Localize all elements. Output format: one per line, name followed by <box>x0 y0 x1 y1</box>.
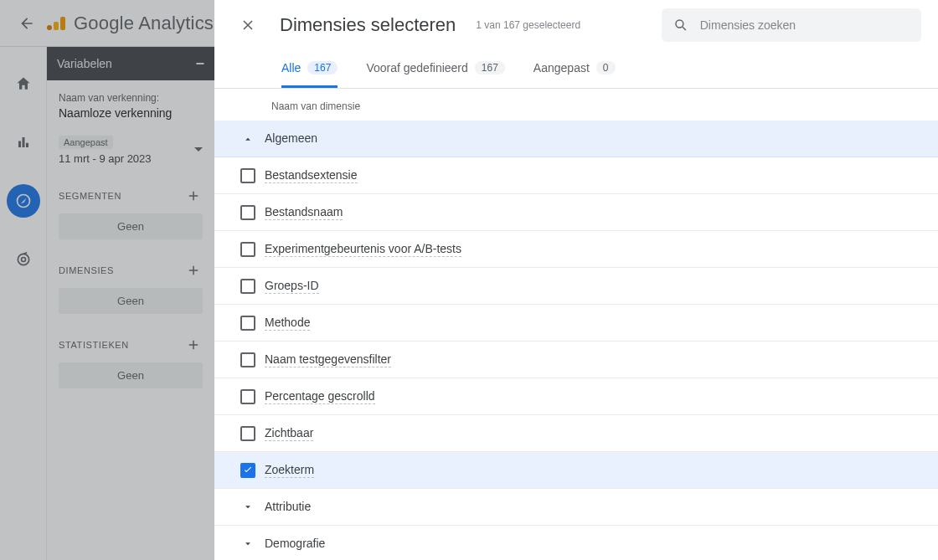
panel-collapse-button[interactable]: − <box>195 55 204 73</box>
search-icon <box>673 17 688 33</box>
dimension-label: Groeps-ID <box>265 279 319 294</box>
dimension-row[interactable]: Zichtbaar <box>214 415 938 452</box>
search-box[interactable] <box>662 8 921 42</box>
dimension-row[interactable]: Experimentgebeurtenis voor A/B-tests <box>214 231 938 268</box>
panel-title: Variabelen <box>57 57 112 70</box>
dimension-label: Zoekterm <box>265 463 314 478</box>
group-general-label: Algemeen <box>265 131 317 146</box>
nav-explore[interactable] <box>7 184 40 218</box>
checkbox[interactable] <box>240 316 255 331</box>
explore-icon <box>15 193 32 209</box>
app-title: Google Analytics <box>74 13 214 34</box>
dimension-label: Experimentgebeurtenis voor A/B-tests <box>265 242 461 257</box>
plus-icon <box>186 263 201 278</box>
modal-subtitle: 1 van 167 geselecteerd <box>476 19 580 31</box>
bar-chart-icon <box>16 135 31 150</box>
group-demography[interactable]: Demografie <box>214 526 938 560</box>
segments-label: SEGMENTEN <box>59 191 121 201</box>
dimensions-empty: Geen <box>59 288 203 314</box>
dimension-label: Naam testgegevensfilter <box>265 352 391 367</box>
check-icon <box>242 465 254 476</box>
dimension-row[interactable]: Groeps-ID <box>214 268 938 305</box>
checkbox[interactable] <box>240 205 255 220</box>
dimension-row[interactable]: Percentage gescrolld <box>214 378 938 415</box>
dimension-label: Bestandsextensie <box>265 168 358 183</box>
group-attribution[interactable]: Attributie <box>214 489 938 526</box>
plus-icon <box>186 188 201 203</box>
dimension-label: Bestandsnaam <box>265 205 343 220</box>
tab-all[interactable]: Alle 167 <box>281 50 338 88</box>
dropdown-caret-icon[interactable] <box>194 146 203 154</box>
segments-empty: Geen <box>59 213 203 239</box>
checkbox[interactable] <box>240 426 255 441</box>
chevron-up-icon <box>242 133 254 145</box>
target-icon <box>15 251 32 268</box>
brand: Google Analytics <box>47 13 214 34</box>
dimension-label: Methode <box>265 316 310 331</box>
svg-point-1 <box>18 254 28 265</box>
dimensions-label: DIMENSIES <box>59 265 114 275</box>
plus-icon <box>186 337 201 352</box>
column-header: Naam van dimensie <box>214 89 938 121</box>
close-icon <box>240 17 256 33</box>
checkbox[interactable] <box>240 352 255 367</box>
tab-predefined-label: Vooraf gedefinieerd <box>366 61 467 74</box>
tab-custom[interactable]: Aangepast 0 <box>533 50 616 88</box>
chevron-down-icon <box>242 538 254 550</box>
ga-logo-icon <box>47 17 65 30</box>
modal-title: Dimensies selecteren <box>280 14 456 36</box>
checkbox-checked[interactable] <box>240 463 255 478</box>
chevron-down-icon <box>242 501 254 513</box>
exploration-name[interactable]: Naamloze verkenning <box>59 106 203 120</box>
group-general[interactable]: Algemeen <box>214 121 938 157</box>
tab-custom-label: Aangepast <box>533 61 590 74</box>
tab-custom-count: 0 <box>596 61 616 74</box>
dimension-label: Zichtbaar <box>265 426 313 441</box>
dimension-row[interactable]: Zoekterm <box>214 452 938 489</box>
tab-all-label: Alle <box>281 61 301 74</box>
tab-all-count: 167 <box>307 61 338 74</box>
svg-point-3 <box>676 20 683 28</box>
nav-advertising[interactable] <box>7 243 40 276</box>
group-attribution-label: Attributie <box>265 500 311 514</box>
close-button[interactable] <box>231 8 265 42</box>
back-button[interactable] <box>10 7 44 40</box>
metrics-empty: Geen <box>59 362 203 388</box>
exploration-label: Naam van verkenning: <box>59 92 203 104</box>
arrow-left-icon <box>18 15 35 32</box>
date-chip: Aangepast <box>59 136 113 149</box>
checkbox[interactable] <box>240 279 255 294</box>
dimension-row[interactable]: Bestandsextensie <box>214 157 938 194</box>
tab-predefined-count: 167 <box>475 61 505 74</box>
metrics-label: STATISTIEKEN <box>59 340 129 350</box>
variables-panel: Variabelen − Naam van verkenning: Naamlo… <box>47 47 214 560</box>
dimension-row[interactable]: Methode <box>214 305 938 342</box>
nav-home[interactable] <box>7 67 40 100</box>
dimension-row[interactable]: Naam testgegevensfilter <box>214 342 938 378</box>
dimension-row[interactable]: Bestandsnaam <box>214 194 938 231</box>
add-segment-button[interactable] <box>184 187 203 205</box>
dimension-label: Percentage gescrolld <box>265 389 375 404</box>
add-metric-button[interactable] <box>184 336 203 354</box>
svg-point-2 <box>21 258 25 262</box>
left-nav <box>0 47 47 560</box>
checkbox[interactable] <box>240 389 255 404</box>
group-demography-label: Demografie <box>265 537 325 551</box>
checkbox[interactable] <box>240 242 255 257</box>
nav-reports[interactable] <box>7 126 40 159</box>
add-dimension-button[interactable] <box>184 261 203 280</box>
search-input[interactable] <box>700 18 910 32</box>
home-icon <box>15 75 32 92</box>
dimensions-modal: Dimensies selecteren 1 van 167 geselecte… <box>214 0 938 560</box>
date-range[interactable]: 11 mrt - 9 apr 2023 <box>59 152 152 165</box>
checkbox[interactable] <box>240 168 255 183</box>
tab-predefined[interactable]: Vooraf gedefinieerd 167 <box>366 50 504 88</box>
